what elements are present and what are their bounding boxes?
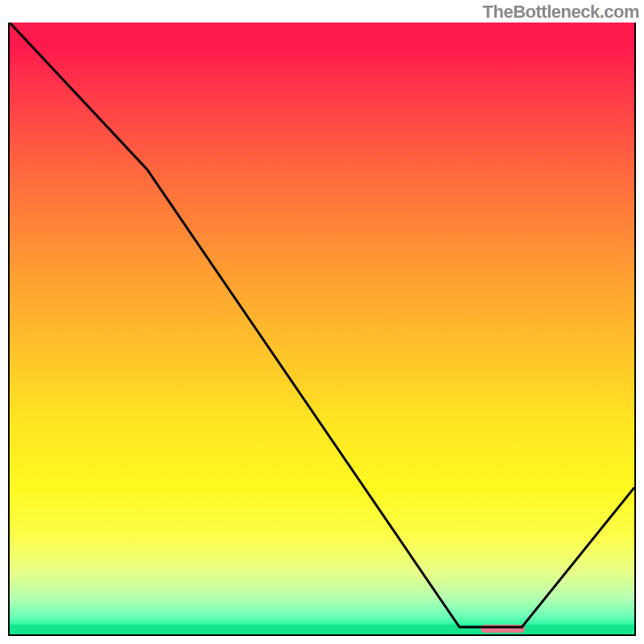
- curve-svg: [10, 23, 634, 634]
- watermark-text: TheBottleneck.com: [483, 2, 639, 23]
- bottleneck-curve: [10, 23, 634, 627]
- chart-frame: TheBottleneck.com: [0, 0, 644, 644]
- plot-area: [8, 23, 636, 636]
